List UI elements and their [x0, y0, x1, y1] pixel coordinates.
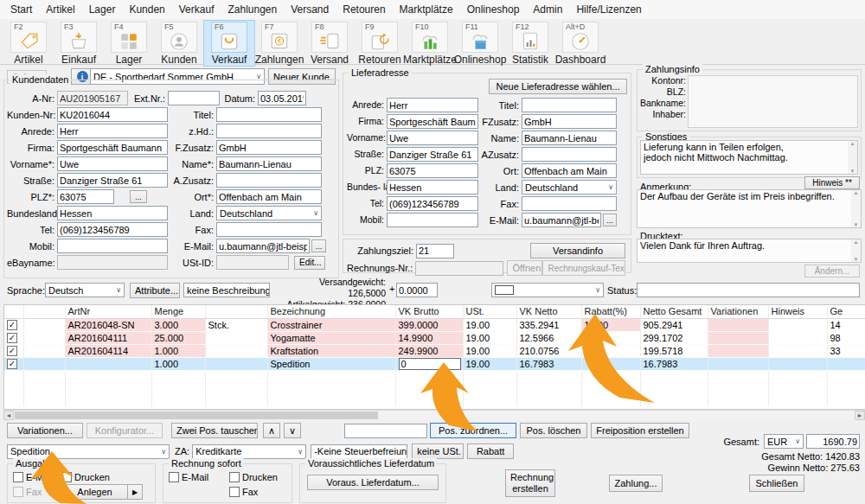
cell-menge[interactable]: 1.000 [151, 357, 205, 370]
row-checkbox[interactable]: ✓ [7, 320, 17, 330]
cell-artnr[interactable]: AR201604111 [65, 331, 151, 344]
liefer-strasse-field[interactable] [387, 147, 478, 162]
kundennr-field[interactable] [57, 107, 168, 122]
spedition-select[interactable]: Spedition∨ [7, 444, 170, 459]
table-row-selected[interactable]: ✓ 1.000 Spedition 19.00 16.7983 16.7983 [4, 357, 865, 370]
scrollbar-thumb[interactable] [15, 411, 378, 419]
name-field[interactable] [216, 156, 322, 171]
toolbar-kunden[interactable]: F5 Kunden [154, 21, 204, 66]
hinweis-button[interactable]: Hinweis ** [804, 176, 860, 189]
gesamt-field[interactable] [806, 434, 860, 449]
sprache-select[interactable]: Deutsch∨ [45, 283, 125, 297]
menu-lager[interactable]: Lager [82, 3, 123, 16]
freiposition-button[interactable]: Freiposition erstellen [591, 423, 689, 438]
anrede-field[interactable] [57, 124, 168, 138]
cell-menge[interactable]: 3.000 [151, 318, 205, 331]
liefer-tel-field[interactable] [387, 196, 478, 211]
liefer-plz-field[interactable] [387, 163, 478, 178]
rabatt-button[interactable]: Rabatt [467, 443, 514, 459]
land-select[interactable]: Deutschland∨ [216, 206, 322, 220]
cell-variationen[interactable] [708, 318, 768, 331]
liefer-vorname-field[interactable] [387, 131, 478, 145]
cell-gewicht[interactable]: 14 [827, 318, 865, 331]
cell-einheit[interactable]: Stck. [205, 318, 267, 331]
strasse-field[interactable] [57, 173, 168, 188]
menu-admin[interactable]: Admin [526, 3, 569, 16]
sonstiges-scrollbar[interactable]: ▲▼ [848, 141, 857, 174]
cell-ust[interactable]: 19.00 [463, 357, 516, 370]
move-up-button[interactable]: ∧ [263, 423, 280, 438]
cell-variationen[interactable] [708, 357, 768, 370]
toolbar-onlineshop[interactable]: F11 Onlineshop [455, 21, 505, 66]
cell-artnr[interactable]: AR2016048-SN [65, 318, 151, 331]
attribute-button[interactable]: Attribute... [130, 283, 180, 298]
header-artnr[interactable]: ArtNr [65, 305, 151, 318]
header-blank[interactable] [23, 305, 65, 318]
zwei-pos-tauschen-button[interactable]: Zwei Pos. tauschen [171, 423, 258, 438]
cell-vk-netto[interactable]: 210.0756 [516, 344, 581, 357]
cell-gewicht[interactable]: 33 [827, 344, 865, 357]
cell-bezeichnung[interactable]: Crosstrainer [267, 318, 395, 331]
toolbar-artikel[interactable]: F2 Artikel [3, 21, 54, 66]
liefer-fax-field[interactable] [522, 196, 617, 211]
row-checkbox[interactable]: ✓ [7, 333, 17, 343]
toolbar-retouren[interactable]: F9 Retouren [355, 21, 405, 66]
rs-fax-checkbox[interactable]: Fax [229, 487, 258, 497]
header-einheit[interactable] [205, 305, 267, 318]
menu-artikel[interactable]: Artikel [39, 3, 81, 16]
menu-onlineshop[interactable]: Onlineshop [460, 3, 527, 16]
anr-field[interactable] [57, 91, 128, 105]
schliessen-button[interactable]: Schließen [749, 475, 804, 492]
drucktext-scrollbar[interactable]: ▲▼ [851, 239, 861, 262]
cell-bezeichnung[interactable]: Spedition [267, 357, 395, 370]
header-checkbox[interactable] [4, 305, 23, 318]
liefer-titel-field[interactable] [522, 98, 617, 112]
menu-versand[interactable]: Versand [284, 3, 336, 16]
cell-rabatt[interactable] [581, 344, 640, 357]
keine-ust-button[interactable]: keine USt. [412, 443, 464, 459]
bundesland-field[interactable] [57, 206, 168, 220]
menu-kunden[interactable]: Kunden [122, 3, 171, 16]
toolbar-dashboard[interactable]: Alt+D Dashboard [555, 21, 606, 66]
table-row[interactable]: ✓ AR2016048-SN 3.000 Stck. Crosstrainer … [4, 318, 865, 331]
cell-bezeichnung[interactable]: Kraftstation [267, 344, 395, 357]
header-gewicht[interactable]: Ge [827, 305, 865, 318]
toolbar-statistik[interactable]: F12 Statistik [505, 21, 555, 66]
row-checkbox[interactable]: ✓ [7, 346, 17, 356]
cell-artnr[interactable]: AR201604114 [65, 344, 151, 357]
cell-menge[interactable]: 1.000 [151, 344, 205, 357]
drucktext-text[interactable]: Vielen Dank für Ihren Auftrag. [637, 239, 862, 263]
ebayname-field[interactable] [57, 255, 168, 270]
beschreibung-select[interactable]: keine Beschreibung∨ [183, 283, 270, 297]
rs-email-checkbox[interactable]: E-Mail [169, 472, 208, 482]
zahlung-button[interactable]: Zahlung... [609, 475, 663, 492]
cell-netto-gesamt[interactable]: 299.1702 [640, 331, 708, 344]
header-menge[interactable]: Menge [151, 305, 205, 318]
cell-einheit[interactable] [205, 357, 267, 370]
mobil-field[interactable] [57, 239, 168, 253]
cell-ust[interactable]: 19.00 [463, 331, 516, 344]
cell-hinweis[interactable] [768, 331, 827, 344]
cell-einheit[interactable] [205, 344, 267, 357]
anlegen-split-button[interactable]: Anlegen ▶ [61, 484, 143, 500]
rechnung-erstellen-button[interactable]: Rechnung erstellen [505, 469, 555, 497]
liefer-email-lookup-button[interactable]: ... [603, 214, 617, 226]
table-row[interactable]: ✓ AR201604111 25.000 Yogamatte 14.9900 1… [4, 331, 865, 344]
header-bezeichnung[interactable]: Bezeichnung [267, 305, 395, 318]
table-row[interactable]: ✓ AR201604114 1.000 Kraftstation 249.990… [4, 344, 865, 357]
menu-marktplaetze[interactable]: Marktplätze [393, 3, 460, 16]
header-hinweis[interactable]: Hinweis [768, 305, 827, 318]
anlegen-menu-button[interactable]: ▶ [127, 484, 143, 500]
neue-lieferadresse-button[interactable]: Neue Lieferadresse wählen... [489, 79, 627, 94]
liefer-azusatz-field[interactable] [522, 147, 617, 162]
header-variationen[interactable]: Variationen [708, 305, 768, 318]
toolbar-marktplaetze[interactable]: F10 Marktplätze [405, 21, 455, 66]
oeffnen-button[interactable]: Öffnen [507, 260, 542, 276]
cell-gewicht[interactable]: 98 [827, 331, 865, 344]
zhd-field[interactable] [216, 124, 322, 138]
rs-drucken-checkbox[interactable]: Drucken [229, 472, 278, 482]
cell-ust[interactable]: 19.00 [463, 318, 516, 331]
steuerbefreiung-select[interactable]: -Keine Steuerbefreiun∨ [311, 444, 407, 459]
cell-netto-gesamt[interactable]: 199.5718 [640, 344, 708, 357]
menu-retouren[interactable]: Retouren [336, 3, 392, 16]
